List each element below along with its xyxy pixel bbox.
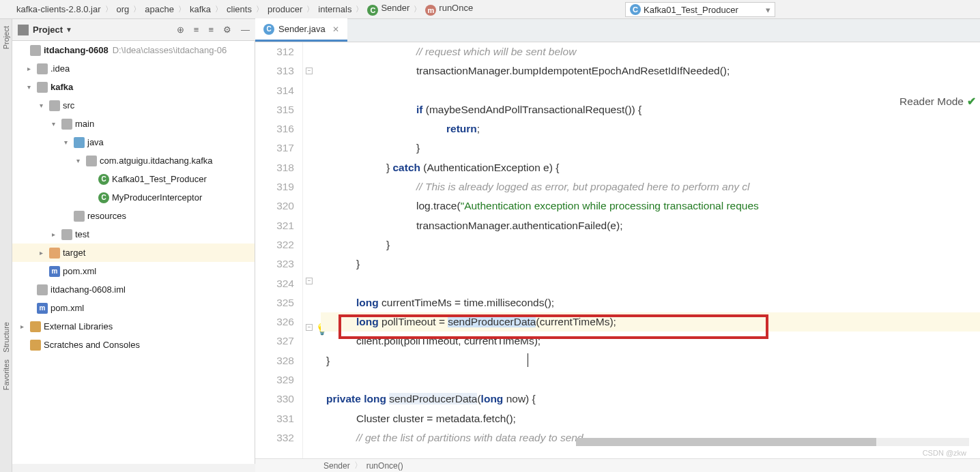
fold-marker-icon[interactable]: −: [306, 278, 313, 284]
tree-root[interactable]: itdachang-0608D:\Idea\classes\itdachang-…: [12, 41, 255, 59]
keyword: long: [356, 297, 379, 308]
locate-icon[interactable]: ⊕: [177, 25, 184, 35]
hide-icon[interactable]: —: [241, 25, 250, 35]
project-tree[interactable]: itdachang-0608D:\Idea\classes\itdachang-…: [12, 41, 255, 464]
tab-project[interactable]: Project: [2, 26, 10, 49]
left-tool-stripe: Project Structure Favorites: [0, 19, 12, 472]
tree-pom2[interactable]: mpom.xml: [12, 299, 255, 317]
chevron-down-icon: ▾: [766, 5, 770, 15]
crumb-internals[interactable]: internals: [314, 4, 356, 14]
tree-kafka[interactable]: kafka: [12, 78, 255, 96]
tree-iml[interactable]: itdachang-0608.iml: [12, 280, 255, 299]
code-text: .authenticationFailed(e);: [509, 220, 622, 231]
chevron-right-icon: 〉: [356, 4, 363, 14]
crumb-kafka[interactable]: kafka: [186, 4, 215, 14]
chevron-right-icon: 〉: [178, 4, 186, 14]
folder-icon: [61, 229, 72, 240]
line-num: 331: [255, 409, 302, 428]
tree-test[interactable]: test: [12, 225, 255, 244]
code-text: pollTimeout =: [379, 316, 448, 327]
comment-text: // request which will be sent below: [416, 46, 576, 57]
chevron-right-icon: 〉: [306, 4, 314, 14]
horizontal-scrollbar[interactable]: [576, 438, 969, 446]
crumb-class-label: Sender: [381, 3, 409, 13]
line-num: 313: [255, 61, 302, 80]
collapse-all-icon[interactable]: ≡: [208, 25, 214, 35]
fold-marker-icon[interactable]: −: [306, 324, 313, 331]
tree-main[interactable]: main: [12, 115, 255, 133]
line-num: 315: [255, 100, 302, 119]
line-num: 322: [255, 235, 302, 254]
code-text: Cluster cluster = metadata: [356, 413, 480, 424]
tree-java[interactable]: java: [12, 133, 255, 151]
watermark: CSDN @zkw: [923, 449, 966, 457]
folder-icon: [37, 63, 48, 74]
close-tab-icon[interactable]: ✕: [332, 25, 339, 34]
tree-pom1[interactable]: mpom.xml: [12, 262, 255, 280]
run-configuration-dropdown[interactable]: C Kafka01_Test_Producer ▾: [625, 2, 775, 17]
tree-label: test: [75, 229, 89, 239]
tab-favorites[interactable]: Favorites: [2, 359, 10, 390]
line-num: 330: [255, 389, 302, 409]
project-panel-actions: ⊕ ≡ ≡ ⚙ —: [177, 25, 250, 35]
tree-idea[interactable]: .idea: [12, 59, 255, 78]
tree-label: External Libraries: [44, 321, 113, 331]
tree-root-label: itdachang-0608: [44, 45, 109, 55]
chevron-right-icon: 〉: [133, 4, 141, 14]
line-num: 329: [255, 370, 302, 389]
crumb-class[interactable]: CSender: [363, 3, 414, 16]
tree-resources[interactable]: resources: [12, 207, 255, 225]
tree-file-kafka01[interactable]: CKafka01_Test_Producer: [12, 170, 255, 188]
breadcrumbs-bottom: Sender 〉 runOnce(): [255, 458, 980, 472]
code-body[interactable]: // request which will be sent below tran…: [321, 42, 980, 460]
code-text: }: [386, 239, 390, 250]
crumb-org[interactable]: org: [113, 4, 134, 14]
tab-label: Sender.java: [278, 24, 326, 34]
crumb-apache[interactable]: apache: [141, 4, 178, 14]
line-gutter: 312 313 314 315 316 317 318 319 320 321 …: [255, 42, 303, 460]
maven-file-icon: m: [49, 266, 60, 277]
crumb-jar[interactable]: kafka-clients-2.8.0.jar: [12, 4, 105, 14]
tree-target[interactable]: target: [12, 244, 255, 262]
crumb-producer[interactable]: producer: [263, 4, 306, 14]
crumb-method[interactable]: mrunOnce: [421, 3, 477, 16]
class-icon: C: [263, 24, 274, 35]
tree-label: target: [63, 248, 85, 258]
crumb-clients[interactable]: clients: [222, 4, 256, 14]
keyword: private: [326, 393, 361, 404]
expand-all-icon[interactable]: ≡: [194, 25, 199, 35]
tree-label: Scratches and Consoles: [44, 340, 140, 350]
code-text: client: [356, 335, 381, 346]
config-class-icon: C: [630, 4, 641, 15]
code-text: transactionManager: [416, 65, 509, 76]
code-editor[interactable]: Reader Mode ✔ 312 313 314 315 316 317 31…: [255, 42, 980, 460]
tree-scratches[interactable]: Scratches and Consoles: [12, 336, 255, 354]
settings-icon[interactable]: ⚙: [223, 25, 231, 35]
line-num: 318: [255, 158, 302, 177]
crumb-class[interactable]: Sender: [323, 461, 350, 471]
folder-icon: [37, 82, 48, 93]
scroll-thumb[interactable]: [576, 438, 876, 446]
line-num: 314: [255, 81, 302, 100]
fold-column: − − −: [303, 42, 317, 460]
comment-text: // This is already logged as error, but …: [416, 181, 750, 192]
keyword: catch: [392, 162, 420, 173]
crumb-method[interactable]: runOnce(): [366, 461, 403, 471]
project-panel-header: Project ▼ ⊕ ≡ ≡ ⚙ —: [12, 19, 255, 41]
chevron-down-icon[interactable]: ▼: [66, 26, 72, 33]
tree-label: java: [87, 137, 104, 147]
line-num: 319: [255, 177, 302, 196]
fold-marker-icon[interactable]: −: [306, 68, 313, 74]
code-text: .poll(pollTimeout, currentTimeMs);: [381, 335, 541, 346]
tab-structure[interactable]: Structure: [2, 322, 10, 353]
tree-package[interactable]: com.atguigu.itdachang.kafka: [12, 151, 255, 170]
editor-tab-sender[interactable]: C Sender.java ✕: [255, 18, 347, 42]
tree-file-interceptor[interactable]: CMyProducerInterceptor: [12, 188, 255, 207]
method-icon: m: [425, 5, 436, 16]
tree-label: MyProducerInterceptor: [112, 192, 202, 203]
tree-external-libraries[interactable]: External Libraries: [12, 317, 255, 336]
tree-src[interactable]: src: [12, 96, 255, 115]
maven-file-icon: m: [37, 303, 48, 314]
keyword: long: [481, 393, 504, 404]
line-num: 321: [255, 216, 302, 235]
